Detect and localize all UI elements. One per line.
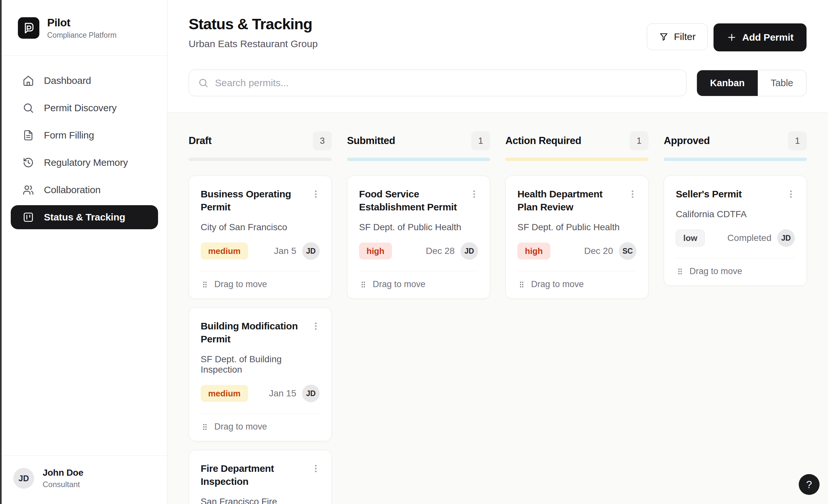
app-brand: Pilot Compliance Platform <box>2 0 167 55</box>
drag-handle[interactable]: Drag to move <box>676 258 795 277</box>
filter-label: Filter <box>674 31 696 42</box>
history-icon <box>23 157 34 168</box>
kanban-column: Approved 1 Seller's Permit California CD… <box>664 131 807 504</box>
view-toggle-table[interactable]: Table <box>758 70 806 96</box>
app-screen: Pilot Compliance Platform DashboardPermi… <box>0 0 828 504</box>
card-title: Fire Department Inspection <box>201 462 320 488</box>
sidebar-item-regulatory-memory[interactable]: Regulatory Memory <box>11 151 158 175</box>
window-edge <box>0 0 2 504</box>
column-accent-bar <box>664 158 807 161</box>
permit-card[interactable]: Seller's Permit California CDTFA low Com… <box>664 176 807 286</box>
permit-card[interactable]: Fire Department Inspection San Francisco… <box>189 450 332 504</box>
add-permit-button[interactable]: Add Permit <box>713 24 806 51</box>
card-menu-button[interactable] <box>308 186 323 203</box>
search-box <box>189 70 687 96</box>
card-agency: SF Dept. of Public Health <box>518 222 636 233</box>
sidebar-item-status-tracking[interactable]: Status & Tracking <box>11 205 158 229</box>
card-date: Dec 20 <box>584 246 613 256</box>
kanban-column: Draft 3 Business Operating Permit City o… <box>189 131 332 504</box>
column-count-badge: 1 <box>630 131 649 150</box>
filter-icon <box>659 32 669 42</box>
permit-card[interactable]: Building Modification Permit SF Dept. of… <box>189 307 332 441</box>
app-name: Pilot <box>47 16 116 29</box>
kebab-icon <box>628 189 637 199</box>
sidebar-item-dashboard[interactable]: Dashboard <box>11 69 158 93</box>
sidebar: Pilot Compliance Platform DashboardPermi… <box>2 0 167 504</box>
column-cards: Business Operating Permit City of San Fr… <box>189 176 332 504</box>
view-toggle-kanban[interactable]: Kanban <box>697 70 757 96</box>
grip-icon <box>676 267 684 276</box>
permit-card[interactable]: Food Service Establishment Permit SF Dep… <box>347 176 490 299</box>
add-permit-label: Add Permit <box>742 32 793 43</box>
card-title: Building Modification Permit <box>201 320 320 346</box>
column-title: Approved <box>664 135 710 146</box>
grip-icon <box>201 423 209 431</box>
card-agency: SF Dept. of Building Inspection <box>201 354 320 375</box>
permit-card[interactable]: Health Department Plan Review SF Dept. o… <box>505 176 649 299</box>
permit-card[interactable]: Business Operating Permit City of San Fr… <box>189 176 332 299</box>
avatar: JD <box>13 468 34 489</box>
sidebar-item-label: Collaboration <box>44 184 100 196</box>
column-cards: Health Department Plan Review SF Dept. o… <box>505 176 649 299</box>
user-name: John Doe <box>43 468 83 478</box>
user-role: Consultant <box>43 480 83 489</box>
drag-handle[interactable]: Drag to move <box>518 271 636 289</box>
sidebar-nav: DashboardPermit DiscoveryForm FillingReg… <box>2 55 167 456</box>
column-count-badge: 1 <box>471 131 490 150</box>
grip-icon <box>201 280 209 289</box>
card-date: Jan 15 <box>269 388 296 398</box>
drag-handle[interactable]: Drag to move <box>201 271 320 289</box>
card-assignee-avatar: JD <box>460 242 478 260</box>
app-tagline: Compliance Platform <box>47 31 116 40</box>
kanban-column: Submitted 1 Food Service Establishment P… <box>347 131 490 504</box>
drag-label: Drag to move <box>214 279 267 289</box>
main-content: Status & Tracking Urban Eats Restaurant … <box>167 0 828 504</box>
column-accent-bar <box>189 158 332 161</box>
column-title: Draft <box>189 135 211 146</box>
card-assignee-avatar: JD <box>777 229 795 247</box>
card-agency: City of San Francisco <box>201 222 320 233</box>
drag-handle[interactable]: Drag to move <box>359 271 478 289</box>
card-menu-button[interactable] <box>467 186 481 203</box>
sidebar-item-form-filling[interactable]: Form Filling <box>11 123 158 147</box>
kanban-icon <box>23 211 34 223</box>
card-menu-button[interactable] <box>308 318 323 335</box>
help-button[interactable]: ? <box>799 474 820 495</box>
pilot-logo-icon <box>18 17 39 39</box>
search-icon <box>23 102 34 114</box>
drag-label: Drag to move <box>690 266 742 277</box>
user-profile[interactable]: JD John Doe Consultant <box>2 456 167 504</box>
card-menu-button[interactable] <box>784 186 798 203</box>
priority-badge: high <box>518 243 550 259</box>
sidebar-item-label: Regulatory Memory <box>44 157 128 168</box>
card-menu-button[interactable] <box>308 460 323 477</box>
card-menu-button[interactable] <box>625 186 640 203</box>
search-input[interactable] <box>215 77 677 88</box>
sidebar-item-label: Status & Tracking <box>44 212 125 223</box>
grip-icon <box>518 280 526 289</box>
card-assignee-avatar: SC <box>619 242 636 260</box>
file-text-icon <box>23 129 34 141</box>
sidebar-item-label: Form Filling <box>44 130 94 141</box>
sidebar-item-permit-discovery[interactable]: Permit Discovery <box>11 96 158 120</box>
sidebar-item-label: Permit Discovery <box>44 102 117 114</box>
column-count-badge: 3 <box>313 131 332 150</box>
filter-button[interactable]: Filter <box>647 24 708 50</box>
card-date: Completed <box>728 233 772 243</box>
column-title: Action Required <box>505 135 581 146</box>
column-title: Submitted <box>347 135 395 146</box>
page-header: Status & Tracking Urban Eats Restaurant … <box>167 0 828 113</box>
sidebar-item-label: Dashboard <box>44 75 91 86</box>
grip-icon <box>359 280 368 289</box>
sidebar-item-collaboration[interactable]: Collaboration <box>11 178 158 202</box>
priority-badge: medium <box>201 243 248 259</box>
column-accent-bar <box>347 158 490 161</box>
card-date: Jan 5 <box>274 246 297 256</box>
card-title: Health Department Plan Review <box>518 187 636 214</box>
column-cards: Seller's Permit California CDTFA low Com… <box>664 176 807 286</box>
column-count-badge: 1 <box>788 131 807 150</box>
drag-label: Drag to move <box>373 279 425 289</box>
home-icon <box>23 75 34 86</box>
drag-handle[interactable]: Drag to move <box>201 414 320 432</box>
users-icon <box>23 184 34 196</box>
